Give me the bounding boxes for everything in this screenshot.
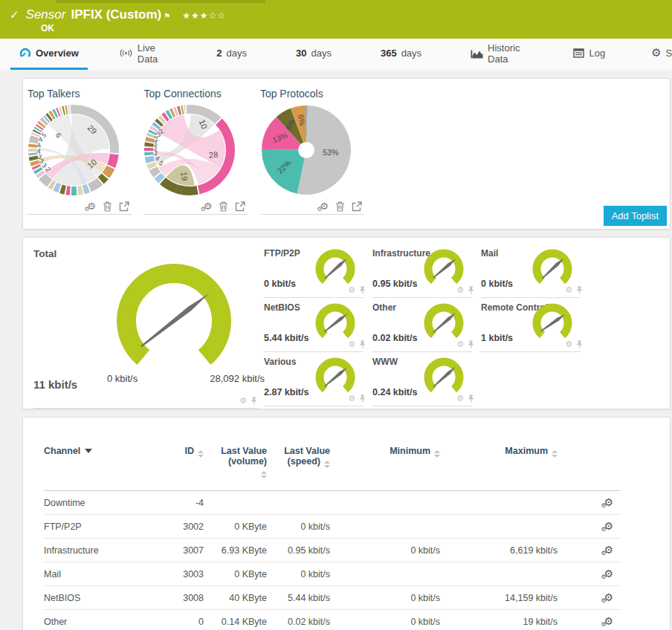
col-header-minimum[interactable]: Minimum xyxy=(330,446,440,491)
gauge-cell-mail: Mail 0 kbit/s ⚙ xyxy=(479,244,588,298)
channel-settings-icon[interactable]: ⚙⚙ xyxy=(604,592,613,603)
sort-icon xyxy=(434,450,440,458)
top-connections-chord-chart[interactable]: 10281954333232 xyxy=(143,104,236,196)
add-toplist-button[interactable]: Add Toplist xyxy=(604,206,667,226)
histogram-icon xyxy=(471,48,483,59)
table-row-ftp-p2p: FTP/P2P 3002 0 KByte 0 kbit/s ⚙⚙ xyxy=(44,515,621,539)
gauge-cell-infrastructure: Infrastructure 0.95 kbit/s ⚙ xyxy=(371,244,479,298)
table-row-infrastructure: Infrastructure 3007 6.93 KByte 0.95 kbit… xyxy=(44,539,621,562)
channel-gauge xyxy=(311,247,359,290)
tab-365-days[interactable]: 365 days xyxy=(372,39,430,70)
gauge-settings-icon[interactable]: ⚙ xyxy=(565,340,572,348)
table-header-row: Channel ID Last Value(volume) Last Value… xyxy=(44,446,621,491)
toplist-settings-icon[interactable]: ⚙⚙ xyxy=(320,201,329,211)
channel-gauge xyxy=(311,355,359,398)
flag-icon[interactable]: ⚑ xyxy=(164,12,170,20)
page-content: Top Talkers 2910623334445 ⚙⚙ Top Connect… xyxy=(0,70,672,630)
pin-icon[interactable] xyxy=(359,286,366,294)
total-gauge-block: Total 0 kbit/s 28,092 kbit/s 11 kbit/s ⚙ xyxy=(23,238,262,409)
svg-text:28: 28 xyxy=(209,150,219,160)
col-header-id[interactable]: ID xyxy=(163,446,204,491)
tab-bar: Overview Live Data 2 days 30 days 365 da… xyxy=(0,39,672,70)
tab-overview[interactable]: Overview xyxy=(10,39,88,70)
sort-icon xyxy=(324,461,330,468)
channel-name: FTP/P2P xyxy=(44,515,163,539)
toplist-top-connections: Top Connections 10281954333232 ⚙⚙ xyxy=(143,88,248,215)
channel-name: Other xyxy=(44,610,163,630)
tab-30-days[interactable]: 30 days xyxy=(287,39,340,70)
col-header-channel[interactable]: Channel xyxy=(44,446,163,491)
channel-value: 11 kbit/s xyxy=(33,378,77,391)
channel-settings-icon[interactable]: ⚙⚙ xyxy=(604,568,613,579)
pin-icon[interactable] xyxy=(359,340,366,348)
channel-label: Total xyxy=(33,248,262,259)
channel-settings-icon[interactable]: ⚙⚙ xyxy=(604,497,613,507)
pin-icon[interactable] xyxy=(468,394,475,403)
gauge-settings-icon[interactable]: ⚙ xyxy=(456,286,464,294)
gauge-settings-icon[interactable]: ⚙ xyxy=(456,340,464,348)
pin-icon[interactable] xyxy=(251,397,258,405)
channels-table-panel: Channel ID Last Value(volume) Last Value… xyxy=(22,417,671,630)
tab-log[interactable]: Log xyxy=(564,39,614,70)
channel-gauge xyxy=(420,355,468,398)
live-signal-icon xyxy=(119,48,133,58)
toplist-settings-icon[interactable]: ⚙⚙ xyxy=(204,201,213,211)
table-row-netbios: NetBIOS 3008 40 KByte 5.44 kbit/s 0 kbit… xyxy=(44,586,621,610)
gauge-settings-icon[interactable]: ⚙ xyxy=(565,286,572,294)
status-badge: OK xyxy=(41,23,672,33)
pin-icon[interactable] xyxy=(576,286,584,294)
channel-settings-icon[interactable]: ⚙⚙ xyxy=(604,545,613,555)
gauge-settings-icon[interactable]: ⚙ xyxy=(348,286,355,294)
delete-toplist-icon[interactable] xyxy=(335,201,345,212)
gauge-cell-empty xyxy=(479,352,588,406)
delete-toplist-icon[interactable] xyxy=(103,201,112,212)
gauge-settings-icon[interactable]: ⚙ xyxy=(456,394,464,403)
svg-text:53%: 53% xyxy=(323,148,338,157)
channel-name: Mail xyxy=(44,562,163,586)
channel-name: NetBIOS xyxy=(44,586,163,610)
open-toplist-icon[interactable] xyxy=(119,201,129,212)
toplist-settings-icon[interactable]: ⚙⚙ xyxy=(87,201,96,211)
pin-icon[interactable] xyxy=(576,340,584,348)
sensor-name: IPFIX (Custom) xyxy=(71,7,161,22)
gauge-settings-icon[interactable]: ⚙ xyxy=(348,340,355,348)
gauge-cell-various: Various 2.87 kbit/s ⚙ xyxy=(262,352,371,406)
toplist-top-protocols: Top Protocols 53%22%13%6%6% ⚙⚙ xyxy=(260,88,364,215)
total-gauge xyxy=(107,260,241,377)
divider xyxy=(260,214,364,215)
top-talkers-chord-chart[interactable]: 2910623334445 xyxy=(28,104,120,196)
gauge-max-label: 28,092 kbit/s xyxy=(210,373,265,384)
pin-icon[interactable] xyxy=(359,394,366,403)
col-header-last-value-speed[interactable]: Last Value(speed) xyxy=(267,446,330,491)
sensor-type-label: Sensor xyxy=(26,7,66,22)
gauge-cell-ftp-p2p: FTP/P2P 0 kbit/s ⚙ xyxy=(262,244,371,298)
sort-icon xyxy=(261,471,267,478)
sort-icon xyxy=(198,450,204,458)
gauge-cell-remote-control: Remote Control 1 kbit/s ⚙ xyxy=(479,298,588,352)
col-header-maximum[interactable]: Maximum xyxy=(440,446,558,491)
tab-2-days[interactable]: 2 days xyxy=(207,39,256,70)
toplist-title: Top Protocols xyxy=(260,88,364,100)
col-header-last-value-volume[interactable]: Last Value(volume) xyxy=(204,446,267,491)
channel-gauge xyxy=(420,301,468,344)
gauge-settings-icon[interactable]: ⚙ xyxy=(239,397,247,405)
toplist-title: Top Talkers xyxy=(28,88,132,100)
pin-icon[interactable] xyxy=(468,340,475,348)
channel-settings-icon[interactable]: ⚙⚙ xyxy=(604,521,613,531)
priority-stars[interactable]: ★★★☆☆ xyxy=(182,10,226,21)
channels-table: Channel ID Last Value(volume) Last Value… xyxy=(44,446,621,630)
tab-historic-data[interactable]: Historic Data xyxy=(462,39,529,70)
pin-icon[interactable] xyxy=(468,286,475,294)
divider xyxy=(33,408,258,409)
channel-settings-icon[interactable]: ⚙⚙ xyxy=(604,616,613,626)
gauge-cell-www: WWW 0.24 kbit/s ⚙ xyxy=(371,352,479,406)
delete-toplist-icon[interactable] xyxy=(219,201,228,212)
tab-settings[interactable]: ⚙ Settings xyxy=(642,39,672,70)
open-toplist-icon[interactable] xyxy=(352,201,362,212)
toplists-panel: Top Talkers 2910623334445 ⚙⚙ Top Connect… xyxy=(22,78,671,230)
top-protocols-pie-chart[interactable]: 53%22%13%6%6% xyxy=(260,104,352,196)
tab-live-data[interactable]: Live Data xyxy=(110,39,167,70)
log-icon xyxy=(573,48,584,58)
gauge-settings-icon[interactable]: ⚙ xyxy=(348,394,355,403)
open-toplist-icon[interactable] xyxy=(235,201,245,212)
